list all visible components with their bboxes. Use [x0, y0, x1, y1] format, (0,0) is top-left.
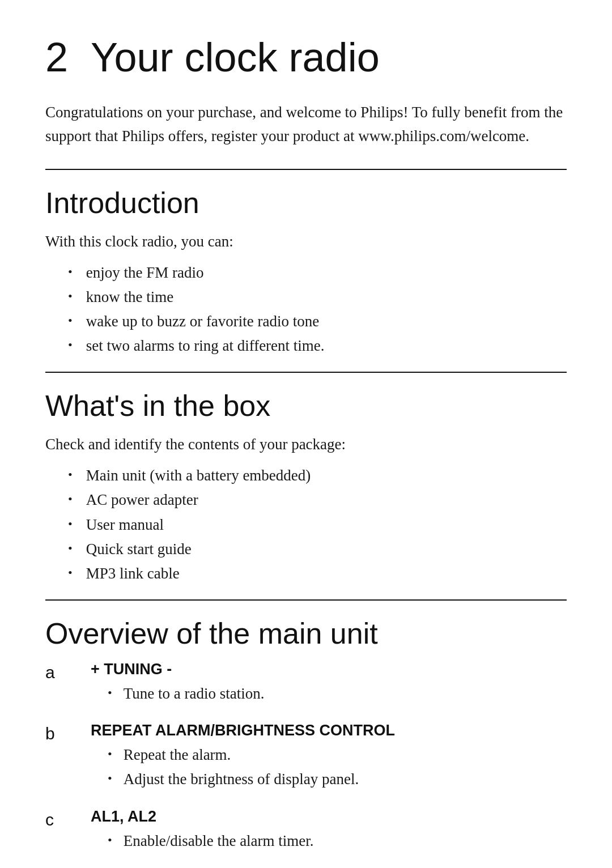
list-item: enjoy the FM radio [45, 261, 567, 285]
overview-bullets-b: Repeat the alarm. Adjust the brightness … [91, 743, 567, 792]
divider-1 [45, 169, 567, 170]
list-item: Quick start guide [45, 537, 567, 561]
list-item: Enable/disable the alarm timer. [91, 829, 567, 853]
whats-in-box-section: What's in the box Check and identify the… [45, 389, 567, 586]
list-item: User manual [45, 513, 567, 537]
overview-section: Overview of the main unit a + TUNING - T… [45, 616, 567, 853]
page-title-text: Your clock radio [91, 34, 380, 80]
overview-item-a: a + TUNING - Tune to a radio station. [45, 661, 567, 706]
list-item: Main unit (with a battery embedded) [45, 463, 567, 488]
overview-heading: Overview of the main unit [45, 616, 567, 650]
list-item: Tune to a radio station. [91, 682, 567, 706]
page-title-block: 2 Your clock radio [45, 34, 567, 80]
overview-bullets-a: Tune to a radio station. [91, 682, 567, 706]
overview-label-b: REPEAT ALARM/BRIGHTNESS CONTROL [91, 722, 567, 739]
overview-letter-c: c [45, 808, 91, 829]
overview-item-c: c AL1, AL2 Enable/disable the alarm time… [45, 808, 567, 853]
overview-content-c: AL1, AL2 Enable/disable the alarm timer. [91, 808, 567, 853]
list-item: know the time [45, 285, 567, 309]
introduction-bullets: enjoy the FM radio know the time wake up… [45, 261, 567, 359]
overview-label-c: AL1, AL2 [91, 808, 567, 826]
introduction-section: Introduction With this clock radio, you … [45, 186, 567, 359]
overview-item-b: b REPEAT ALARM/BRIGHTNESS CONTROL Repeat… [45, 722, 567, 792]
list-item: Adjust the brightness of display panel. [91, 767, 567, 792]
intro-paragraph: Congratulations on your purchase, and we… [45, 101, 567, 148]
divider-3 [45, 599, 567, 601]
overview-content-b: REPEAT ALARM/BRIGHTNESS CONTROL Repeat t… [91, 722, 567, 792]
whats-in-box-bullets: Main unit (with a battery embedded) AC p… [45, 463, 567, 586]
list-item: Repeat the alarm. [91, 743, 567, 767]
overview-content-a: + TUNING - Tune to a radio station. [91, 661, 567, 706]
list-item: AC power adapter [45, 488, 567, 512]
whats-in-box-heading: What's in the box [45, 389, 567, 423]
overview-letter-a: a [45, 661, 91, 682]
whats-in-box-subtext: Check and identify the contents of your … [45, 433, 567, 457]
overview-letter-b: b [45, 722, 91, 743]
introduction-heading: Introduction [45, 186, 567, 220]
overview-bullets-c: Enable/disable the alarm timer. [91, 829, 567, 853]
overview-label-a: + TUNING - [91, 661, 567, 678]
list-item: set two alarms to ring at different time… [45, 334, 567, 358]
list-item: wake up to buzz or favorite radio tone [45, 309, 567, 334]
page-number: 2 [45, 34, 68, 80]
introduction-subtext: With this clock radio, you can: [45, 230, 567, 254]
divider-2 [45, 372, 567, 373]
list-item: MP3 link cable [45, 561, 567, 586]
